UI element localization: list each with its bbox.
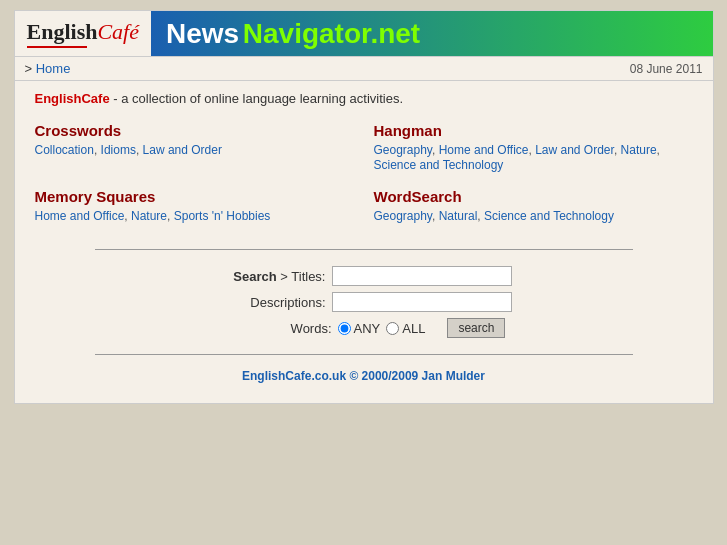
search-words-label: Words: <box>222 321 332 336</box>
footer-text: EnglishCafe.co.uk © 2000/2009 Jan Mulder <box>242 369 485 383</box>
hangman-link-home[interactable]: Home and Office <box>439 143 529 157</box>
search-titles-input[interactable] <box>332 266 512 286</box>
crosswords-link-law[interactable]: Law and Order <box>143 143 222 157</box>
radio-group: ANY ALL search <box>338 318 506 338</box>
search-button[interactable]: search <box>447 318 505 338</box>
logo-area: EnglishCafé <box>15 11 152 56</box>
hangman-title: Hangman <box>374 122 693 139</box>
search-descriptions-row: Descriptions: <box>95 292 633 312</box>
search-arrow: > <box>280 269 288 284</box>
english-cafe-logo: EnglishCafé <box>27 19 140 45</box>
breadcrumb: > Home <box>25 61 71 76</box>
wordsearch-link-geography[interactable]: Geography <box>374 209 432 223</box>
search-descriptions-input[interactable] <box>332 292 512 312</box>
activities-grid: Crosswords Collocation, Idioms, Law and … <box>35 122 693 229</box>
hangman-link-geography[interactable]: Geography <box>374 143 432 157</box>
crosswords-link-collocation[interactable]: Collocation <box>35 143 94 157</box>
memory-link-home[interactable]: Home and Office <box>35 209 125 223</box>
search-titles-row: Search > Titles: <box>95 266 633 286</box>
wordsearch-links: Geography, Natural, Science and Technolo… <box>374 208 693 223</box>
memory-squares-title: Memory Squares <box>35 188 354 205</box>
home-link[interactable]: Home <box>36 61 71 76</box>
news-navigator-banner: News Navigator.net <box>151 11 713 56</box>
nav-date: 08 June 2011 <box>630 62 703 76</box>
search-label-text: Search <box>233 269 276 284</box>
search-titles-label: Search > Titles: <box>216 269 326 284</box>
crosswords-links: Collocation, Idioms, Law and Order <box>35 142 354 157</box>
search-section: Search > Titles: Descriptions: Words: <box>95 249 633 355</box>
logo-english-text: English <box>27 19 98 44</box>
hangman-links: Geography, Home and Office, Law and Orde… <box>374 142 693 172</box>
news-text: News <box>166 18 239 50</box>
site-desc-text: - a collection of online language learni… <box>110 91 403 106</box>
wordsearch-block: WordSearch Geography, Natural, Science a… <box>374 188 693 223</box>
breadcrumb-arrow: > <box>25 61 33 76</box>
main-content: EnglishCafe - a collection of online lan… <box>15 81 713 393</box>
navigator-text: Navigator.net <box>243 18 420 50</box>
radio-any[interactable] <box>338 322 351 335</box>
crosswords-link-idioms[interactable]: Idioms <box>101 143 136 157</box>
wordsearch-title: WordSearch <box>374 188 693 205</box>
memory-link-sports[interactable]: Sports 'n' Hobbies <box>174 209 271 223</box>
radio-all[interactable] <box>386 322 399 335</box>
site-description: EnglishCafe - a collection of online lan… <box>35 91 693 106</box>
wordsearch-link-science[interactable]: Science and Technology <box>484 209 614 223</box>
radio-any-label[interactable]: ANY <box>338 321 381 336</box>
memory-link-nature[interactable]: Nature <box>131 209 167 223</box>
search-words-row: Words: ANY ALL search <box>95 318 633 338</box>
hangman-link-science[interactable]: Science and Technology <box>374 158 504 172</box>
titles-label: Titles: <box>291 269 325 284</box>
site-name: EnglishCafe <box>35 91 110 106</box>
descriptions-label: Descriptions: <box>250 295 325 310</box>
header: EnglishCafé News Navigator.net <box>15 11 713 57</box>
footer: EnglishCafe.co.uk © 2000/2009 Jan Mulder <box>35 369 693 383</box>
words-label-text: Words: <box>291 321 332 336</box>
crosswords-block: Crosswords Collocation, Idioms, Law and … <box>35 122 354 172</box>
search-descriptions-label: Descriptions: <box>216 295 326 310</box>
hangman-link-law[interactable]: Law and Order <box>535 143 614 157</box>
logo-underline <box>27 46 87 48</box>
wordsearch-link-natural[interactable]: Natural <box>439 209 478 223</box>
hangman-block: Hangman Geography, Home and Office, Law … <box>374 122 693 172</box>
logo-cafe-text: Café <box>97 19 139 44</box>
nav-bar: > Home 08 June 2011 <box>15 57 713 81</box>
hangman-link-nature[interactable]: Nature <box>621 143 657 157</box>
any-label: ANY <box>354 321 381 336</box>
crosswords-title: Crosswords <box>35 122 354 139</box>
all-label: ALL <box>402 321 425 336</box>
memory-squares-links: Home and Office, Nature, Sports 'n' Hobb… <box>35 208 354 223</box>
memory-squares-block: Memory Squares Home and Office, Nature, … <box>35 188 354 223</box>
radio-all-label[interactable]: ALL <box>386 321 425 336</box>
